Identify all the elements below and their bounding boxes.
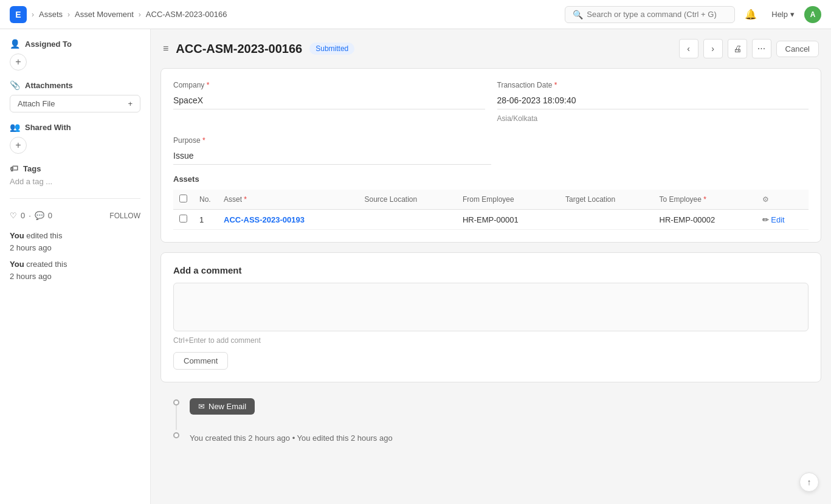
assets-table: No. Asset * Source Location From Employe… [173, 190, 809, 230]
app-logo: E [10, 6, 27, 23]
timeline-activity-text: You created this 2 hours ago • You edite… [190, 431, 393, 443]
notification-bell-icon[interactable]: 🔔 [740, 9, 762, 20]
form-row-2: Purpose * Issue [173, 136, 809, 165]
col-source-location: Source Location [358, 190, 457, 210]
new-email-button[interactable]: ✉ New Email [190, 398, 255, 415]
form-card: Company * SpaceX Transaction Date * 28-0… [160, 68, 821, 243]
timeline-content-2: You created this 2 hours ago • You edite… [190, 430, 393, 452]
breadcrumb-chevron-2: › [67, 10, 70, 19]
comments-count: 0 [48, 211, 52, 220]
table-settings-icon[interactable]: ⚙ [762, 195, 769, 204]
sidebar: 👤 Assigned To + 📎 Attachments Attach Fil… [0, 29, 151, 504]
envelope-icon: ✉ [198, 402, 205, 411]
attachments-header: 📎 Attachments [10, 80, 140, 90]
row-source-location [358, 210, 457, 230]
activity-time-2: 2 hours ago [10, 272, 52, 281]
shared-with-label: Shared With [25, 123, 71, 132]
row-edit-cell: ✏ Edit [756, 210, 809, 230]
row-edit-link[interactable]: Edit [771, 215, 784, 224]
sidebar-divider [10, 198, 140, 199]
cancel-button[interactable]: Cancel [776, 41, 819, 57]
table-header-row: No. Asset * Source Location From Employe… [173, 190, 809, 210]
user-avatar[interactable]: A [804, 6, 821, 23]
avatar-letter: A [810, 10, 816, 19]
shared-with-header: 👥 Shared With [10, 122, 140, 132]
attach-file-label: Attach File [18, 99, 55, 108]
timeline-item-1: ✉ New Email [170, 397, 812, 430]
page-title: ACC-ASM-2023-00166 [176, 42, 302, 56]
comment-card: Add a comment Ctrl+Enter to add comment … [160, 252, 821, 382]
dot-separator: · [29, 211, 31, 220]
person-icon: 👤 [10, 39, 20, 49]
purpose-field: Purpose * Issue [173, 136, 491, 165]
assigned-to-header: 👤 Assigned To [10, 39, 140, 49]
logo-letter: E [15, 10, 21, 19]
add-shared-button[interactable]: + [10, 137, 27, 154]
comment-textarea[interactable] [173, 283, 809, 331]
comment-button[interactable]: Comment [173, 352, 228, 370]
hamburger-icon[interactable]: ≡ [163, 43, 168, 54]
edit-pencil-icon: ✏ [762, 215, 769, 224]
print-button[interactable]: 🖨 [728, 39, 747, 58]
help-menu[interactable]: Help ▾ [767, 10, 799, 19]
comment-icon: 💬 [35, 211, 44, 220]
tags-header: 🏷 Tags [10, 164, 140, 173]
transaction-date-field: Transaction Date * 28-06-2023 18:09:40 A… [497, 81, 809, 126]
purpose-label: Purpose * [173, 136, 491, 145]
add-tag-input[interactable]: Add a tag ... [10, 177, 140, 186]
assets-section: Assets No. Asset * Source Location From … [173, 174, 809, 230]
attach-file-button[interactable]: Attach File + [10, 95, 140, 112]
col-from-employee: From Employee [457, 190, 559, 210]
timeline-line-2 [170, 430, 182, 438]
row-from-employee: HR-EMP-00001 [457, 210, 559, 230]
col-checkbox [173, 190, 193, 210]
attach-plus-icon: + [128, 99, 133, 108]
timeline-item-2: You created this 2 hours ago • You edite… [170, 430, 812, 452]
likes-count: 0 [21, 211, 25, 220]
tags-section: 🏷 Tags Add a tag ... [10, 164, 140, 186]
add-assignee-button[interactable]: + [10, 54, 27, 71]
prev-record-button[interactable]: ‹ [679, 39, 698, 58]
company-value: SpaceX [173, 92, 485, 109]
breadcrumb-assets[interactable]: Assets [39, 10, 63, 19]
top-navigation: E › Assets › Asset Movement › ACC-ASM-20… [0, 0, 831, 29]
timeline: ✉ New Email You created this 2 hours ago… [160, 392, 821, 457]
follow-button[interactable]: FOLLOW [109, 212, 140, 220]
global-search[interactable]: 🔍 [565, 6, 735, 23]
scroll-to-top-button[interactable]: ↑ [799, 472, 819, 492]
timeline-line-1 [170, 397, 182, 430]
assigned-to-section: 👤 Assigned To + [10, 39, 140, 71]
comment-hint: Ctrl+Enter to add comment [173, 336, 809, 345]
timeline-dot-2 [173, 432, 179, 438]
search-icon: 🔍 [573, 10, 583, 19]
company-field: Company * SpaceX [173, 81, 485, 126]
search-input[interactable] [587, 10, 727, 19]
company-label: Company * [173, 81, 485, 89]
form-row-1: Company * SpaceX Transaction Date * 28-0… [173, 81, 809, 126]
breadcrumb-asset-movement[interactable]: Asset Movement [75, 10, 134, 19]
breadcrumb-current[interactable]: ACC-ASM-2023-00166 [146, 10, 227, 19]
row-to-employee: HR-EMP-00002 [653, 210, 756, 230]
row-asset: ACC-ASS-2023-00193 [218, 210, 358, 230]
tag-icon: 🏷 [10, 164, 18, 173]
row-checkbox[interactable] [179, 215, 187, 223]
breadcrumb-chevron-3: › [139, 10, 141, 19]
select-all-checkbox[interactable] [179, 195, 187, 202]
transaction-date-value: 28-06-2023 18:09:40 [497, 92, 809, 109]
activity-actor-1: You [10, 231, 24, 240]
col-target-location: Target Location [559, 190, 653, 210]
breadcrumb-chevron-1: › [32, 10, 34, 19]
activity-item-2: You created this 2 hours ago [10, 258, 140, 282]
page-header: ≡ ACC-ASM-2023-00166 Submitted ‹ › 🖨 ···… [160, 39, 821, 58]
timeline-connector-1 [176, 406, 177, 430]
tags-label: Tags [23, 164, 41, 173]
activity-item-1: You edited this 2 hours ago [10, 230, 140, 254]
activity-action-2: created this [26, 260, 67, 269]
activity-time-1: 2 hours ago [10, 243, 52, 252]
date-required: * [554, 81, 557, 89]
more-options-button[interactable]: ··· [752, 39, 771, 58]
assigned-to-label: Assigned To [25, 40, 72, 49]
col-asset: Asset * [218, 190, 358, 210]
content-area: ≡ ACC-ASM-2023-00166 Submitted ‹ › 🖨 ···… [151, 29, 831, 504]
next-record-button[interactable]: › [703, 39, 723, 58]
